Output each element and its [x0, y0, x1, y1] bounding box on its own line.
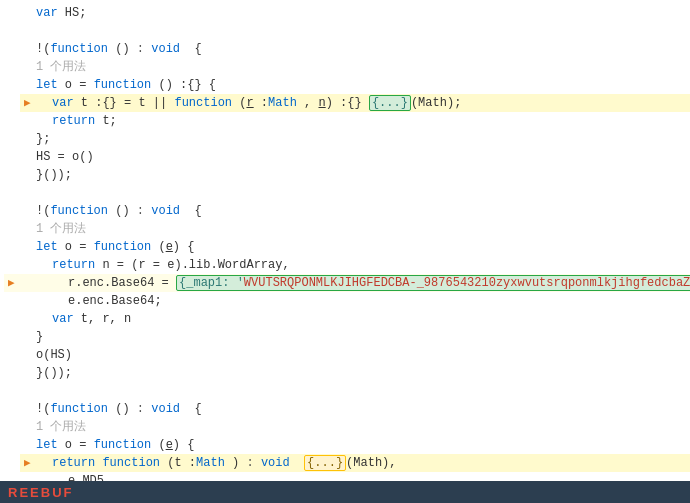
- code-text: return n = (r = e).lib.WordArray,: [52, 256, 290, 274]
- code-line: }: [20, 328, 690, 346]
- code-text: }());: [36, 166, 72, 184]
- code-line: !(function () : void {: [20, 400, 690, 418]
- code-text: r.enc.Base64 = {_map1: 'WVUTSRQPONMLKJIH…: [68, 274, 690, 292]
- code-line-comment: 1 个用法: [20, 418, 690, 436]
- code-text: HS = o(): [36, 148, 94, 166]
- code-text: var HS;: [36, 4, 86, 22]
- code-lines: var HS; !(function () : void { 1 个用法 let…: [0, 0, 690, 503]
- code-line-highlighted: ▶ r.enc.Base64 = {_map1: 'WVUTSRQPONMLKJ…: [4, 274, 690, 292]
- code-text: o(HS): [36, 346, 72, 364]
- code-comment: 1 个用法: [36, 58, 86, 76]
- code-text: var t, r, n: [52, 310, 131, 328]
- code-line-comment: 1 个用法: [20, 220, 690, 238]
- code-line: e.enc.Base64;: [20, 292, 690, 310]
- code-line-highlighted: ▶ var t :{} = t || function (r :Math , n…: [20, 94, 690, 112]
- code-text: }: [36, 328, 43, 346]
- code-line: var HS;: [20, 4, 690, 22]
- code-line: [20, 22, 690, 40]
- code-text: };: [36, 130, 50, 148]
- code-line: return t;: [20, 112, 690, 130]
- code-comment: 1 个用法: [36, 220, 86, 238]
- code-editor: var HS; !(function () : void { 1 个用法 let…: [0, 0, 690, 503]
- code-line: return n = (r = e).lib.WordArray,: [20, 256, 690, 274]
- arrow-icon: ▶: [24, 454, 31, 472]
- code-line: !(function () : void {: [20, 202, 690, 220]
- code-line-highlighted: ▶ return function (t :Math ) : void {...…: [20, 454, 690, 472]
- code-line-comment: 1 个用法: [20, 58, 690, 76]
- code-line: o(HS): [20, 346, 690, 364]
- arrow-icon: ▶: [8, 274, 15, 292]
- code-text: e.enc.Base64;: [68, 292, 162, 310]
- code-line: }());: [20, 166, 690, 184]
- code-line: [20, 382, 690, 400]
- code-line: }());: [20, 364, 690, 382]
- code-line: [20, 184, 690, 202]
- code-text: let o = function (e) {: [36, 238, 194, 256]
- logo-text: REEBUF: [8, 485, 73, 500]
- code-text: return function (t :Math ) : void {...}(…: [52, 454, 397, 472]
- code-text: var t :{} = t || function (r :Math , n) …: [52, 94, 461, 112]
- code-line: let o = function (e) {: [20, 436, 690, 454]
- code-text: !(function () : void {: [36, 40, 202, 58]
- arrow-icon: ▶: [24, 94, 31, 112]
- code-text: let o = function (e) {: [36, 436, 194, 454]
- code-line: !(function () : void {: [20, 40, 690, 58]
- code-text: !(function () : void {: [36, 202, 202, 220]
- code-text: let o = function () :{} {: [36, 76, 216, 94]
- code-text: return t;: [52, 112, 117, 130]
- code-comment: 1 个用法: [36, 418, 86, 436]
- code-line: };: [20, 130, 690, 148]
- code-text: }());: [36, 364, 72, 382]
- code-line: HS = o(): [20, 148, 690, 166]
- code-line: var t, r, n: [20, 310, 690, 328]
- code-text: !(function () : void {: [36, 400, 202, 418]
- code-line: let o = function () :{} {: [20, 76, 690, 94]
- logo-bar: REEBUF: [0, 481, 690, 503]
- code-line: let o = function (e) {: [20, 238, 690, 256]
